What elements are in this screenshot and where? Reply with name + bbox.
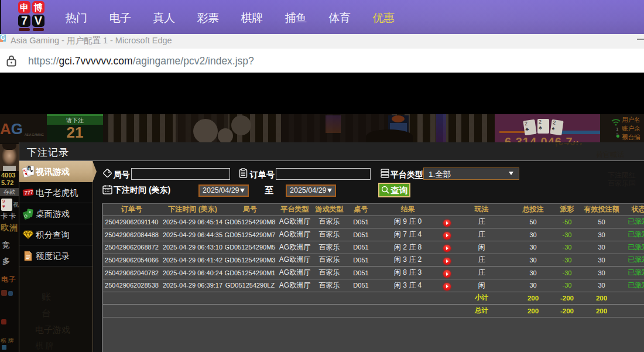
svg-text:9: 9 — [28, 167, 30, 170]
svg-text:777: 777 — [24, 189, 33, 196]
